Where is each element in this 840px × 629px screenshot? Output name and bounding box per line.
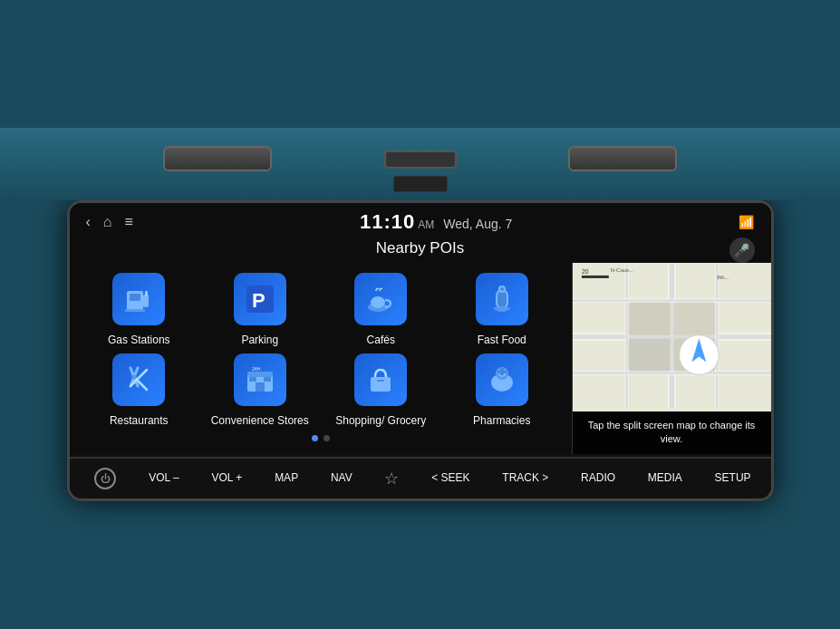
dot-2[interactable] <box>323 435 330 441</box>
clock-time: 11:10 <box>360 210 415 234</box>
menu-button[interactable]: ≡ <box>125 214 133 230</box>
svg-text:N-Caus...: N-Caus... <box>610 267 633 273</box>
page-title: Nearby POIs <box>376 239 464 256</box>
poi-fast-food[interactable]: Fast Food <box>452 270 552 348</box>
map-button[interactable]: MAP <box>275 471 298 486</box>
convenience-icon-wrap: 24H <box>231 351 289 409</box>
home-button[interactable]: ⌂ <box>103 214 112 230</box>
svg-text:8th...: 8th... <box>717 275 729 280</box>
poi-restaurants[interactable]: Restaurants <box>89 351 188 429</box>
svg-rect-1 <box>130 294 140 301</box>
shopping-icon-wrap <box>352 351 410 409</box>
map-hint-text[interactable]: Tap the split screen map to change its v… <box>573 411 771 454</box>
gas-stations-icon <box>112 273 165 325</box>
camera-mount <box>393 176 448 192</box>
restaurants-label: Restaurants <box>110 414 169 429</box>
poi-parking[interactable]: P Parking <box>210 270 310 348</box>
vent-center <box>384 150 457 169</box>
fast-food-label: Fast Food <box>478 334 526 348</box>
content-area: Gas Stations P Parking <box>70 263 771 453</box>
status-bar: ‹ ⌂ ≡ 11:10 AM Wed, Aug. 7 📶 <box>70 203 771 237</box>
svg-rect-3 <box>145 291 148 296</box>
svg-point-14 <box>500 287 504 291</box>
svg-text:24H: 24H <box>252 366 261 372</box>
svg-rect-46 <box>628 303 670 335</box>
media-button[interactable]: MEDIA <box>648 471 682 486</box>
svg-rect-21 <box>247 372 273 377</box>
svg-rect-4 <box>125 309 145 312</box>
setup-button[interactable]: SETUP <box>715 471 751 486</box>
screen-title-bar: Nearby POIs 🎤 <box>70 237 771 263</box>
dot-1[interactable] <box>312 435 318 441</box>
parking-icon: P <box>234 273 286 325</box>
restaurants-icon <box>112 353 165 406</box>
gas-stations-label: Gas Stations <box>108 334 170 348</box>
pharmacies-icon <box>476 353 528 406</box>
back-button[interactable]: ‹ <box>86 214 91 230</box>
fast-food-icon-wrap <box>473 270 531 328</box>
convenience-label: Convenience Stores <box>211 414 309 429</box>
current-date: Wed, Aug. 7 <box>443 217 512 231</box>
svg-rect-24 <box>264 377 271 382</box>
status-icons: 📶 <box>739 215 754 229</box>
svg-rect-10 <box>497 291 507 307</box>
poi-row-2: Restaurants 24H <box>79 351 563 429</box>
svg-rect-48 <box>628 339 670 372</box>
poi-grid: Gas Stations P Parking <box>70 263 572 453</box>
poi-convenience[interactable]: 24H Convenience Stores <box>210 351 310 429</box>
svg-rect-27 <box>377 380 384 382</box>
svg-rect-32 <box>497 371 507 373</box>
svg-rect-47 <box>673 303 715 335</box>
infotainment-screen: ‹ ⌂ ≡ 11:10 AM Wed, Aug. 7 📶 Nearby POIs… <box>70 203 771 453</box>
parking-icon-wrap: P <box>231 270 289 328</box>
cafes-icon-wrap <box>352 270 410 328</box>
pagination-dots <box>79 435 563 441</box>
fast-food-icon <box>476 273 528 325</box>
svg-rect-26 <box>371 377 391 392</box>
map-panel[interactable]: 20 N-Caus... 8th... Tap the split screen… <box>572 263 771 453</box>
map-view[interactable]: 20 N-Caus... 8th... <box>573 263 771 411</box>
signal-icon: 📶 <box>739 215 754 229</box>
screen-bezel: ‹ ⌂ ≡ 11:10 AM Wed, Aug. 7 📶 Nearby POIs… <box>67 200 774 500</box>
pharmacies-icon-wrap <box>473 351 531 409</box>
svg-rect-12 <box>494 307 510 310</box>
clock-ampm: AM <box>418 218 434 231</box>
restaurants-icon-wrap <box>110 351 168 409</box>
convenience-icon: 24H <box>234 353 286 406</box>
vent-left <box>163 146 272 171</box>
svg-rect-2 <box>143 295 149 307</box>
svg-rect-53 <box>581 276 608 278</box>
svg-text:P: P <box>252 289 266 312</box>
favorites-button[interactable]: ☆ <box>384 469 399 489</box>
vent-right <box>568 146 677 171</box>
svg-rect-8 <box>371 296 385 308</box>
cafes-label: Cafés <box>367 334 395 348</box>
parking-label: Parking <box>241 334 278 348</box>
microphone-button[interactable]: 🎤 <box>729 237 755 263</box>
physical-controls: ⏻ VOL – VOL + MAP NAV ☆ < SEEK TRACK > R… <box>70 457 774 498</box>
svg-point-19 <box>132 374 137 379</box>
nav-icons: ‹ ⌂ ≡ <box>86 214 133 230</box>
svg-text:20: 20 <box>581 268 588 275</box>
nav-button[interactable]: NAV <box>331 471 352 486</box>
poi-pharmacies[interactable]: Pharmacies <box>452 351 552 429</box>
car-top-panel <box>0 128 840 200</box>
pharmacies-label: Pharmacies <box>473 414 530 429</box>
power-button[interactable]: ⏻ <box>94 468 116 489</box>
vol-down-button[interactable]: VOL – <box>149 471 179 486</box>
gas-stations-icon-wrap <box>110 270 168 328</box>
svg-rect-23 <box>249 377 256 382</box>
seek-back-button[interactable]: < SEEK <box>431 471 469 486</box>
poi-row-1: Gas Stations P Parking <box>79 270 563 348</box>
poi-cafes[interactable]: Cafés <box>331 270 430 348</box>
track-fwd-button[interactable]: TRACK > <box>502 471 548 486</box>
poi-gas-stations[interactable]: Gas Stations <box>89 270 188 348</box>
cafes-icon <box>354 273 407 325</box>
radio-button[interactable]: RADIO <box>581 471 615 486</box>
poi-shopping[interactable]: Shopping/ Grocery <box>331 351 430 429</box>
shopping-label: Shopping/ Grocery <box>335 414 426 429</box>
vol-up-button[interactable]: VOL + <box>211 471 242 486</box>
svg-rect-22 <box>256 382 265 392</box>
shopping-icon <box>354 353 407 406</box>
